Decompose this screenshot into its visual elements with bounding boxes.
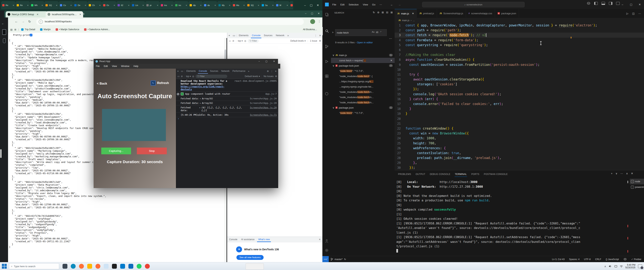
devtools-tab-network[interactable]: Network [274, 33, 286, 38]
minimize-icon[interactable]: – [305, 12, 306, 15]
clear-console-icon[interactable]: ⊘ [232, 40, 234, 42]
code-line[interactable]: 19} [395, 111, 644, 116]
code-line[interactable]: 28 preload: path.join(__dirname, 'preloa… [395, 156, 644, 160]
eye-icon[interactable]: ◎ [244, 40, 246, 42]
search-match-row[interactable]: ...registry.npmjs.org/node-fet... [331, 84, 395, 89]
toggle-panel-icon[interactable] [602, 2, 605, 5]
bookmark-item[interactable]: Trip Detail [21, 28, 36, 31]
branch-item[interactable]: master* ↻ [330, 258, 346, 261]
terminal-output[interactable]: [0] Local: http://localhost:3000[0] On Y… [396, 180, 626, 255]
onedrive-icon[interactable] [614, 265, 617, 267]
code-line[interactable]: 11 try { [395, 72, 644, 77]
search-match-row[interactable]: ...https://registry.npmjs.org/n… [331, 79, 395, 84]
search-file-row[interactable]: ∨JSmain.js1 [331, 53, 395, 58]
devtools-tab-console[interactable]: Console [197, 69, 208, 74]
browser-menu-icon[interactable]: ⋮ [318, 20, 321, 23]
issues-count[interactable]: No Issues [264, 75, 274, 78]
code-line[interactable]: 4const FormData = require('form-data'); [395, 38, 644, 43]
open-in-editor-link[interactable]: Open in editor [357, 41, 373, 44]
panel-tab-debug-console[interactable]: DEBUG CONSOLE [428, 171, 452, 178]
code-line[interactable]: 26 webPreferences: { [395, 146, 644, 151]
background-browser-tab[interactable]: De✕ [73, 1, 88, 9]
code-line[interactable]: 13 storages: ['cookies'] [395, 82, 644, 87]
close-tab-icon[interactable]: ✕ [80, 13, 81, 16]
explorer-icon[interactable] [322, 11, 331, 19]
copilot-icon[interactable] [587, 2, 590, 5]
back-icon[interactable]: ← [15, 20, 18, 24]
code-line[interactable]: 1const { app, BrowserWindow, ipcMain, de… [395, 23, 644, 28]
code-line[interactable]: 15 console.log('OAuth session cookies cl… [395, 92, 644, 97]
maximize-icon[interactable]: ▢ [311, 12, 313, 15]
more-tabs-icon[interactable]: » [248, 70, 249, 73]
code-line[interactable]: 29 }, [395, 160, 644, 165]
taskbar-window-preview[interactable] [246, 263, 264, 270]
refresh-control[interactable]: ↻ Refresh [151, 81, 169, 85]
console-message[interactable]: [5:40:26 PM] ◷ Idle: 0s, Active: 30sScre… [176, 113, 278, 117]
taskbar-icon-whatsapp[interactable] [137, 264, 142, 269]
drawer-tab[interactable]: What's new [256, 237, 272, 242]
console-message[interactable]: Fetched data: ▸Array(6)ScreenshotApp.js:… [176, 101, 278, 105]
close-icon[interactable]: ✕ [273, 60, 275, 63]
code-line[interactable]: 5const querystring = require('querystrin… [395, 43, 644, 47]
open-in-editor-icon[interactable]: ⊞ [382, 11, 384, 14]
settings-gear-icon[interactable] [322, 246, 331, 254]
close-tab-icon[interactable]: ✕ [37, 13, 38, 16]
taskbar-icon-mail[interactable] [104, 264, 108, 269]
code-line[interactable]: 14 }); [395, 87, 644, 91]
background-browser-tab[interactable]: Re✕ [290, 1, 293, 9]
eye-icon[interactable]: ◎ [192, 75, 194, 78]
indentation-indicator[interactable]: Spaces: 4 [569, 258, 580, 261]
toggle-replace-icon[interactable]: > [332, 31, 334, 34]
remote-indicator[interactable]: ></ [322, 256, 329, 262]
regex-icon[interactable]: .* [380, 31, 381, 33]
code-line[interactable]: 21 [395, 121, 644, 126]
run-debug-icon[interactable] [322, 57, 331, 66]
panel-more-icon[interactable]: ⋯ [620, 172, 623, 175]
console-settings-icon[interactable]: ⚙ [319, 40, 321, 42]
notification-center-icon[interactable]: 2 [638, 264, 642, 268]
site-info-icon[interactable]: i [39, 20, 43, 24]
taskbar-icon-edge[interactable] [71, 264, 76, 269]
refresh-icon[interactable]: ↻ [151, 81, 156, 85]
terminal-instance-node[interactable]: >node [630, 179, 644, 184]
taskbar-icon-task-view[interactable] [62, 264, 68, 269]
clear-results-icon[interactable]: ⊜ [377, 11, 380, 14]
console-message[interactable]: Fetched data: ▸Array(6)ScreenshotApp.js:… [176, 96, 278, 101]
devtools-tab-console[interactable]: Console [250, 33, 262, 38]
drawer-tab[interactable]: AI assistance [239, 237, 256, 242]
maximize-icon[interactable]: ▢ [266, 60, 268, 63]
search-match-row[interactable]: "node-fetch": "^2.7.0", [331, 68, 395, 73]
hidden-icons-chevron[interactable]: ∧ [604, 265, 606, 268]
minimize-icon[interactable]: – [258, 60, 260, 63]
devtools-menu-icon[interactable]: ⋮ [271, 70, 273, 73]
vscode-titlebar[interactable]: FileEditSelectionViewGo⋯ ← → ⌕ screenele… [322, 0, 644, 9]
devtools-tab-elements[interactable]: Elements [237, 33, 250, 38]
close-icon[interactable]: ✕ [318, 12, 320, 15]
taskbar-icon-file-explorer[interactable] [87, 264, 92, 269]
toggle-sidebar-icon[interactable] [594, 2, 598, 5]
background-browser-tab[interactable]: Co✕ [59, 1, 73, 9]
code-line[interactable]: 20 [395, 116, 644, 121]
background-window-controls[interactable]: – ▢ ✕ [304, 4, 322, 7]
terminal-instance-powershell[interactable]: >powershell [630, 184, 644, 190]
url-text[interactable]: localhost:5000/api/tasks [45, 20, 72, 23]
bookmark-item[interactable]: • Martjin Salesforce [56, 28, 80, 31]
log-levels-selector[interactable]: Default levels ▾ [290, 40, 306, 42]
close-devtools-icon[interactable]: ✕ [319, 34, 321, 37]
whole-word-icon[interactable]: ab [376, 31, 378, 33]
code-line[interactable]: 2const path = require('path'); [395, 28, 644, 33]
background-browser-tab[interactable]: Ma✕ [232, 1, 246, 9]
new-terminal-icon[interactable]: + [611, 172, 612, 175]
minimize-icon[interactable]: – [304, 4, 306, 7]
minimize-icon[interactable]: – [618, 0, 627, 9]
editor-tab-screenshotapp.css[interactable]: #screenshotapp.css [466, 9, 495, 18]
editor-tab-main.js[interactable]: JSmain.js✕ [395, 9, 417, 18]
taskbar-icon-firefox[interactable] [79, 264, 84, 269]
background-browser-tab[interactable]: Re✕ [16, 1, 30, 9]
taskbar-icon-chrome[interactable] [145, 264, 150, 269]
toggle-secondary-sidebar-icon[interactable] [609, 2, 612, 5]
forward-icon[interactable]: → [22, 20, 25, 24]
close-panel-icon[interactable]: ✕ [631, 172, 633, 175]
code-line[interactable]: 7//Making the cookies clear [395, 52, 644, 57]
taskbar-icon-postman[interactable] [96, 264, 100, 269]
